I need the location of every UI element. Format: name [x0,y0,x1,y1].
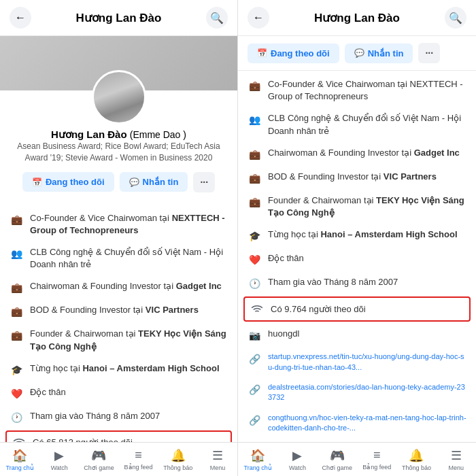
right-extra-item: 🔗 dealstreetasia.com/stories/dao-lan-huo… [238,377,476,408]
right-info-item: 💼 Chairwoman & Founding Investor tại Gad… [238,142,476,166]
right-heart-icon: ❤️ [248,253,261,267]
right-briefcase-icon: 💼 [248,171,261,185]
right-info-text: CLB Công nghệ & Chuyển đổi số Việt Nam -… [268,112,466,137]
right-info-list: 💼 Co-Founder & Vice Chairwoman tại NEXTT… [238,71,476,442]
nav-notification[interactable]: 🔔 Thông báo [158,443,198,476]
right-search-button[interactable]: 🔍 [445,7,466,29]
right-bottom-nav: 🏠 Trang chủ ▶ Watch 🎮 Chơi game ≡ Bảng f… [238,442,476,476]
right-nav-notification-label: Thông báo [402,464,431,471]
right-briefcase-icon: 💼 [248,79,261,92]
right-wifi-icon [250,303,264,316]
right-briefcase-icon: 💼 [248,148,261,161]
right-briefcase-icon: 💼 [248,195,261,209]
info-text: Độc thân [30,386,66,398]
info-text: Founder & Chairwoman tại TEKY Học Viện S… [30,328,228,352]
right-extra-item: 🔗 startup.vnexpress.net/tin-tuc/xu-huong… [238,347,476,377]
right-action-buttons: 📅 Đang theo dõi 💬 Nhắn tin ··· [238,36,476,71]
search-button[interactable]: 🔍 [206,7,228,29]
right-home-icon: 🏠 [250,448,265,463]
right-info-text: BOD & Founding Investor tại VIC Partners [268,171,437,183]
briefcase-icon: 💼 [10,213,23,226]
right-extra-text: congthuong.vn/hoc-vien-teky-ra-mat-nen-t… [268,413,466,434]
right-nav-watch[interactable]: ▶ Watch [277,443,317,476]
back-button[interactable]: ← [10,7,31,29]
nav-feed[interactable]: ≡ Bảng feed [119,443,158,476]
right-nav-home-label: Trang chủ [244,464,272,471]
more-button[interactable]: ··· [193,172,215,192]
message-button[interactable]: 💬 Nhắn tin [120,172,188,192]
right-nav-game[interactable]: 🎮 Chơi game [318,443,357,476]
nav-game-label: Chơi game [84,464,114,471]
left-panel: ← Hương Lan Đào 🔍 Hương Lan Đào (Emme Da… [0,0,238,476]
left-bottom-nav: 🏠 Trang chủ ▶ Watch 🎮 Chơi game ≡ Bảng f… [0,442,237,476]
nav-home-label: Trang chủ [5,464,33,471]
info-text: Từng học tại Hanoi – Amsterdam High Scho… [30,362,220,375]
nav-feed-label: Bảng feed [124,464,153,471]
watch-icon: ▶ [54,448,64,463]
right-header-title: Hương Lan Đào [269,11,445,25]
game-icon: 🎮 [91,448,106,463]
avatar [92,70,146,124]
info-item: ❤️ Độc thân [0,381,237,405]
info-item: 🎓 Từng học tại Hanoi – Amsterdam High Sc… [0,358,237,381]
link-icon: 🔗 [248,383,261,396]
info-item: 💼 Chairwoman & Founding Investor tại Gad… [0,275,237,299]
right-message-button[interactable]: 💬 Nhắn tin [345,44,413,63]
right-users-icon: 👥 [248,113,261,126]
left-info-list: 💼 Co-Founder & Vice Chairwoman tại NEXTT… [0,202,237,442]
wifi-icon [12,436,26,442]
action-buttons: 📅 Đang theo dõi 💬 Nhắn tin ··· [22,172,215,192]
right-info-text: Chairwoman & Founding Investor tại Gadge… [268,147,460,159]
right-nav-feed[interactable]: ≡ Bảng feed [357,443,396,476]
follow-button[interactable]: 📅 Đang theo dõi [22,172,114,192]
right-info-text: Từng học tại Hanoi – Amsterdam High Scho… [268,228,458,241]
right-info-item: 👥 CLB Công nghệ & Chuyển đổi số Việt Nam… [238,107,476,141]
info-item: 💼 BOD & Founding Investor tại VIC Partne… [0,299,237,323]
right-nav-home[interactable]: 🏠 Trang chủ [238,443,277,476]
info-text: BOD & Founding Investor tại VIC Partners [30,304,199,316]
nav-watch[interactable]: ▶ Watch [39,443,79,476]
heart-icon: ❤️ [10,387,23,401]
right-nav-menu[interactable]: ☰ Menu [437,443,476,476]
nav-menu[interactable]: ☰ Menu [198,443,237,476]
right-extra-text: startup.vnexpress.net/tin-tuc/xu-huong/u… [268,352,466,373]
profile-bio: Asean Business Award; Rice Bowl Award; E… [17,141,221,164]
info-text: Co-Founder & Vice Chairwoman tại NEXTTEC… [30,212,228,237]
users-icon: 👥 [10,247,23,260]
right-watch-icon: ▶ [292,448,302,463]
briefcase-icon: 💼 [10,328,23,342]
right-notification-icon: 🔔 [409,448,424,463]
notification-icon: 🔔 [171,448,186,463]
right-nav-notification[interactable]: 🔔 Thông báo [396,443,436,476]
right-feed-icon: ≡ [373,448,381,462]
feed-icon: ≡ [135,448,142,462]
right-game-icon: 🎮 [330,448,345,463]
profile-name: Hương Lan Đào (Emme Dao ) [51,129,186,140]
right-followers-text: Có 9.764 người theo dõi [271,303,366,316]
right-extra-item: 🔗 congthuong.vn/hoc-vien-teky-ra-mat-nen… [238,408,476,439]
followers-text: Có 65.813 người theo dõi [33,437,133,442]
right-search-icon: 🔍 [449,12,462,24]
right-info-text: Co-Founder & Vice Chairwoman tại NEXTTEC… [268,78,466,103]
right-nav-feed-label: Bảng feed [362,464,391,471]
school-icon: 🎓 [10,363,23,377]
right-menu-icon: ☰ [451,448,462,463]
nav-game[interactable]: 🎮 Chơi game [79,443,118,476]
followers-highlighted: Có 65.813 người theo dõi [5,430,232,442]
info-text: Chairwoman & Founding Investor tại Gadge… [30,280,222,292]
right-nav-game-label: Chơi game [322,464,353,471]
right-follow-button[interactable]: 📅 Đang theo dõi [248,44,339,63]
right-more-button[interactable]: ··· [418,43,440,63]
nav-home[interactable]: 🏠 Trang chủ [0,443,39,476]
right-info-item: 💼 Founder & Chairwoman tại TEKY Học Viện… [238,190,476,224]
right-info-item: ❤️ Độc thân [238,248,476,271]
nav-notification-label: Thông báo [163,464,192,471]
search-icon: 🔍 [210,12,224,24]
link-icon: 🔗 [248,413,261,427]
nav-watch-label: Watch [51,464,68,471]
left-header-title: Hương Lan Đào [31,11,206,25]
menu-icon: ☰ [212,448,223,463]
right-back-button[interactable]: ← [248,7,269,29]
right-info-item: 💼 BOD & Founding Investor tại VIC Partne… [238,166,476,190]
right-extra-text: dealstreetasia.com/stories/dao-lan-huong… [268,382,466,403]
